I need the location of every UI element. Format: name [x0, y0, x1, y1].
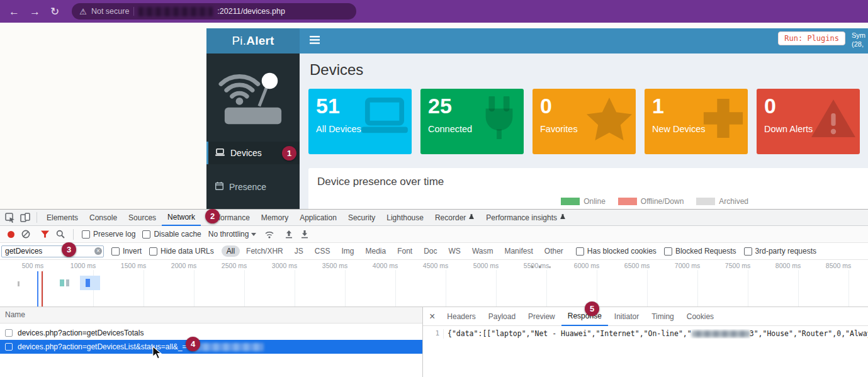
waterfall-mark[interactable] — [60, 279, 64, 286]
network-filter-input[interactable] — [1, 245, 104, 257]
checkbox[interactable] — [82, 230, 90, 239]
type-pill-doc[interactable]: Doc — [419, 245, 442, 257]
navbar-host-info: Sym (28, — [852, 31, 867, 49]
type-pill-css[interactable]: CSS — [310, 245, 335, 257]
request-row-selected[interactable]: devices.php?action=getDevicesList&status… — [0, 340, 422, 354]
checkbox[interactable] — [142, 230, 150, 239]
response-line: {"data":[["laptop","Net - Huawei","Inter… — [444, 329, 868, 339]
mouse-cursor — [152, 346, 162, 362]
selected-request-highlight[interactable] — [80, 276, 100, 290]
type-pill-ws[interactable]: WS — [444, 245, 466, 257]
tab-recorder[interactable]: Recorder — [429, 210, 480, 225]
card-new-devices[interactable]: 1 New Devices — [645, 89, 748, 154]
hide-data-urls-checkbox[interactable]: Hide data URLs — [149, 247, 214, 256]
type-pill-img[interactable]: Img — [336, 245, 359, 257]
tab-performance-insights[interactable]: Performance insights — [480, 210, 572, 225]
card-down-alerts[interactable]: 0 Down Alerts — [757, 89, 860, 154]
load-event-line — [42, 271, 43, 307]
redacted-query-value — [193, 343, 264, 351]
detail-tab-payload[interactable]: Payload — [482, 308, 522, 325]
waterfall-mark[interactable] — [539, 266, 541, 268]
waterfall-mark[interactable] — [549, 266, 551, 268]
card-all-devices[interactable]: 51 All Devices — [308, 89, 412, 154]
waterfall-mark[interactable] — [531, 266, 533, 268]
type-pill-all[interactable]: All — [222, 245, 240, 257]
card-connected[interactable]: 25 Connected — [420, 89, 524, 154]
type-pill-media[interactable]: Media — [360, 245, 391, 257]
tab-console[interactable]: Console — [84, 210, 123, 225]
type-pill-fetch-xhr[interactable]: Fetch/XHR — [241, 245, 288, 257]
type-pill-font[interactable]: Font — [392, 245, 417, 257]
type-pill-manifest[interactable]: Manifest — [499, 245, 538, 257]
step-badge-5: 5 — [585, 301, 599, 316]
checkbox[interactable] — [149, 247, 157, 256]
forward-icon[interactable]: → — [30, 6, 40, 17]
network-conditions-icon[interactable] — [264, 230, 274, 239]
filter-funnel-icon[interactable] — [41, 230, 49, 238]
legend-swatch — [561, 198, 580, 205]
not-secure-warning-icon: ⚠ — [79, 7, 87, 16]
name-column-header[interactable]: Name — [0, 307, 422, 324]
request-row[interactable]: devices.php?action=getDevicesTotals — [0, 326, 422, 340]
not-secure-label: Not secure — [91, 7, 129, 16]
checkbox[interactable] — [744, 247, 752, 256]
back-icon[interactable]: ← — [9, 6, 20, 17]
checkbox[interactable] — [664, 247, 672, 256]
close-icon[interactable]: × — [423, 311, 441, 322]
detail-tab-timing[interactable]: Timing — [645, 308, 680, 325]
checkbox[interactable] — [576, 247, 584, 256]
tab-sources[interactable]: Sources — [123, 210, 162, 225]
device-toolbar-icon[interactable] — [20, 213, 30, 222]
disable-cache-checkbox[interactable]: Disable cache — [142, 230, 201, 239]
third-party-requests-checkbox[interactable]: 3rd-party requests — [744, 247, 816, 256]
browser-toolbar: ← → ↻ ⚠ Not secure :20211/devices.php — [0, 0, 868, 23]
tick-label: 3500 ms — [322, 262, 347, 269]
hamburger-menu-icon[interactable] — [310, 35, 320, 47]
tab-lighthouse[interactable]: Lighthouse — [381, 210, 429, 225]
search-icon[interactable] — [56, 230, 65, 239]
checkbox[interactable] — [111, 247, 120, 256]
warning-triangle-icon — [809, 96, 857, 143]
legend-swatch — [696, 198, 715, 205]
tab-network[interactable]: Network — [162, 210, 201, 226]
blocked-requests-checkbox[interactable]: Blocked Requests — [664, 247, 736, 256]
brand-logo[interactable]: Pi.Alert — [206, 28, 300, 53]
import-har-icon[interactable] — [285, 230, 293, 239]
brand-prefix: Pi. — [232, 34, 246, 48]
tab-memory[interactable]: Memory — [256, 210, 294, 225]
sidebar: Devices Presence — [206, 53, 300, 209]
clear-icon[interactable] — [21, 230, 30, 239]
reload-icon[interactable]: ↻ — [50, 6, 59, 17]
waterfall-mark[interactable] — [66, 279, 69, 286]
sidebar-item-presence[interactable]: Presence — [206, 176, 300, 198]
request-name: devices.php?action=getDevicesTotals — [18, 329, 144, 337]
network-timeline-overview[interactable]: 500 ms 1000 ms 1500 ms 2000 ms 2500 ms 3… — [0, 260, 868, 307]
type-pill-js[interactable]: JS — [290, 245, 308, 257]
response-viewer[interactable]: 1 {"data":[["laptop","Net - Huawei","Int… — [423, 326, 868, 339]
tab-elements[interactable]: Elements — [41, 210, 84, 225]
tab-application[interactable]: Application — [294, 210, 342, 225]
step-badge-1: 1 — [282, 146, 296, 160]
type-pill-wasm[interactable]: Wasm — [467, 245, 499, 257]
type-pill-other[interactable]: Other — [539, 245, 568, 257]
waterfall-mark[interactable] — [18, 281, 20, 286]
card-favorites[interactable]: 0 Favorites — [533, 89, 636, 154]
presence-panel-title: Device presence over time — [308, 168, 868, 188]
export-har-icon[interactable] — [301, 230, 308, 239]
clear-filter-icon[interactable]: × — [94, 247, 102, 255]
step-badge-2: 2 — [205, 209, 220, 223]
has-blocked-cookies-checkbox[interactable]: Has blocked cookies — [576, 247, 657, 256]
run-plugins-button[interactable]: Run: Plugins — [778, 31, 845, 45]
waterfall-mark[interactable] — [86, 279, 90, 287]
address-bar[interactable]: ⚠ Not secure :20211/devices.php — [72, 3, 356, 20]
throttling-dropdown[interactable]: No throttling — [208, 230, 257, 239]
detail-tab-preview[interactable]: Preview — [522, 308, 561, 325]
preserve-log-checkbox[interactable]: Preserve log — [82, 230, 135, 239]
detail-tab-cookies[interactable]: Cookies — [680, 308, 720, 325]
tab-security[interactable]: Security — [342, 210, 381, 225]
detail-tab-initiator[interactable]: Initiator — [608, 308, 645, 325]
inspect-element-icon[interactable] — [5, 213, 15, 223]
detail-tab-headers[interactable]: Headers — [441, 308, 482, 325]
invert-checkbox[interactable]: Invert — [111, 247, 142, 256]
record-icon[interactable] — [8, 231, 14, 238]
